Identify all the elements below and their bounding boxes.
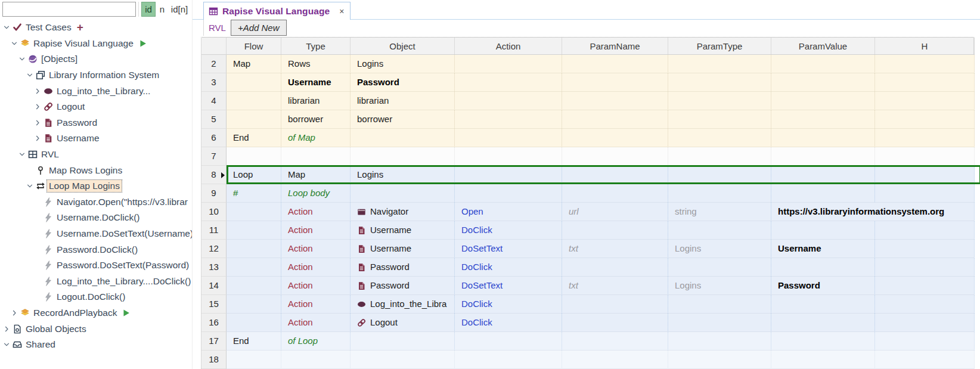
cell-flow-row-15[interactable] bbox=[227, 295, 281, 314]
chevron-right-icon[interactable] bbox=[10, 309, 18, 317]
row-number[interactable]: 14 bbox=[201, 277, 227, 295]
cell-ptype-row-14[interactable]: Logins bbox=[668, 277, 771, 295]
cell-action-row-6[interactable] bbox=[455, 129, 562, 147]
cell-flow-row-9[interactable]: # bbox=[227, 184, 281, 203]
cell-flow-row-14[interactable] bbox=[227, 277, 281, 295]
cell-pvalue-row-15[interactable] bbox=[771, 295, 875, 314]
tree-item-rvl[interactable]: RVL bbox=[0, 147, 193, 163]
search-input[interactable] bbox=[2, 2, 136, 17]
row-number[interactable]: 5 bbox=[201, 110, 227, 129]
chevron-down-icon[interactable] bbox=[26, 71, 34, 79]
cell-type-row-9[interactable]: Loop body bbox=[281, 184, 351, 203]
tree-item-shared[interactable]: Shared bbox=[0, 337, 193, 353]
cell-ptype-row-7[interactable] bbox=[668, 147, 771, 166]
cell-action-row-2[interactable] bbox=[455, 55, 562, 73]
cell-object-row-7[interactable] bbox=[351, 147, 455, 166]
cell-action-row-4[interactable] bbox=[455, 92, 562, 110]
cell-flow-row-11[interactable] bbox=[227, 221, 281, 240]
cell-object-row-10[interactable]: Navigator bbox=[351, 203, 455, 221]
cell-flow-row-3[interactable] bbox=[227, 73, 281, 92]
header-flow[interactable]: Flow bbox=[227, 38, 281, 55]
cell-pvalue-row-8[interactable] bbox=[771, 166, 875, 184]
cell-flow-row-10[interactable] bbox=[227, 203, 281, 221]
cell-ptype-row-2[interactable] bbox=[668, 55, 771, 73]
cell-pvalue-row-7[interactable] bbox=[771, 147, 875, 166]
cell-pname-row-8[interactable] bbox=[562, 166, 668, 184]
tree-item-username[interactable]: Username bbox=[0, 131, 193, 147]
cell-h-row-8[interactable] bbox=[875, 166, 975, 184]
cell-object-row-15[interactable]: Log_into_the_Libra bbox=[351, 295, 455, 314]
cell-ptype-row-16[interactable] bbox=[668, 314, 771, 332]
cell-pvalue-row-11[interactable] bbox=[771, 221, 875, 240]
cell-object-row-5[interactable]: borrower bbox=[351, 110, 455, 129]
cell-object-row-13[interactable]: Password bbox=[351, 258, 455, 277]
cell-type-row-18[interactable] bbox=[281, 351, 351, 369]
cell-pname-row-7[interactable] bbox=[562, 147, 668, 166]
row-number[interactable]: 6 bbox=[201, 129, 227, 147]
tree-item-label[interactable]: Library Information System bbox=[47, 69, 161, 81]
row-number[interactable]: 12 bbox=[201, 240, 227, 258]
tree-item-label[interactable]: Log_into_the_Library... bbox=[55, 85, 152, 97]
filter-button-n[interactable]: n bbox=[158, 2, 166, 17]
tree-item-test-cases[interactable]: Test Cases+ bbox=[0, 20, 193, 36]
tree-item-loop-map-logins[interactable]: Loop Map Logins bbox=[0, 178, 193, 194]
cell-action-row-7[interactable] bbox=[455, 147, 562, 166]
cell-type-row-13[interactable]: Action bbox=[281, 258, 351, 277]
cell-flow-row-4[interactable] bbox=[227, 92, 281, 110]
tree-item-username-doclick[interactable]: Username.DoClick() bbox=[0, 210, 193, 226]
tree-item-label[interactable]: Logout bbox=[55, 101, 86, 113]
cell-object-row-8[interactable]: Logins bbox=[351, 166, 455, 184]
cell-h-row-18[interactable] bbox=[875, 351, 975, 369]
chevron-down-icon[interactable] bbox=[10, 39, 18, 48]
cell-object-row-16[interactable]: Logout bbox=[351, 314, 455, 332]
cell-h-row-12[interactable] bbox=[875, 240, 975, 258]
cell-ptype-row-10[interactable]: string bbox=[668, 203, 771, 221]
row-number[interactable]: 18 bbox=[201, 351, 227, 369]
header-paramvalue[interactable]: ParamValue bbox=[771, 38, 875, 55]
tree-item-rapise-visual-language[interactable]: Rapise Visual Language bbox=[0, 36, 193, 52]
tree-item-label[interactable]: RecordAndPlayback bbox=[32, 307, 119, 319]
cell-ptype-row-15[interactable] bbox=[668, 295, 771, 314]
cell-ptype-row-4[interactable] bbox=[668, 92, 771, 110]
cell-flow-row-2[interactable]: Map bbox=[227, 55, 281, 73]
cell-type-row-7[interactable] bbox=[281, 147, 351, 166]
cell-h-row-4[interactable] bbox=[875, 92, 975, 110]
tree-item-label[interactable]: Rapise Visual Language bbox=[32, 38, 135, 49]
cell-object-row-14[interactable]: Password bbox=[351, 277, 455, 295]
cell-object-row-17[interactable] bbox=[351, 332, 455, 351]
tree-item-map-rows-logins[interactable]: Map Rows Logins bbox=[0, 162, 193, 178]
cell-pname-row-4[interactable] bbox=[562, 92, 668, 110]
tree-item-label[interactable]: Password.DoClick() bbox=[55, 244, 139, 256]
cell-pname-row-6[interactable] bbox=[562, 129, 668, 147]
cell-h-row-5[interactable] bbox=[875, 110, 975, 129]
row-number[interactable]: 4 bbox=[201, 92, 227, 110]
row-number[interactable]: 16 bbox=[201, 314, 227, 332]
cell-pname-row-2[interactable] bbox=[562, 55, 668, 73]
cell-object-row-11[interactable]: Username bbox=[351, 221, 455, 240]
tree-item-password-dosettext-password[interactable]: Password.DoSetText(Password) bbox=[0, 258, 193, 274]
filter-button-id[interactable]: id bbox=[141, 2, 156, 17]
play-icon[interactable] bbox=[139, 39, 147, 48]
row-number[interactable]: 13 bbox=[201, 258, 227, 277]
cell-action-row-5[interactable] bbox=[455, 110, 562, 129]
tree-item-logout[interactable]: Logout bbox=[0, 99, 193, 115]
cell-flow-row-6[interactable]: End bbox=[227, 129, 281, 147]
header-type[interactable]: Type bbox=[281, 38, 351, 55]
cell-pvalue-row-16[interactable] bbox=[771, 314, 875, 332]
cell-object-row-6[interactable] bbox=[351, 129, 455, 147]
cell-ptype-row-9[interactable] bbox=[668, 184, 771, 203]
cell-h-row-15[interactable] bbox=[875, 295, 975, 314]
cell-object-row-3[interactable]: Password bbox=[351, 73, 455, 92]
cell-ptype-row-18[interactable] bbox=[668, 351, 771, 369]
cell-pname-row-11[interactable] bbox=[562, 221, 668, 240]
cell-pvalue-row-13[interactable] bbox=[771, 258, 875, 277]
cell-pname-row-5[interactable] bbox=[562, 110, 668, 129]
cell-type-row-10[interactable]: Action bbox=[281, 203, 351, 221]
cell-action-row-14[interactable]: DoSetText bbox=[455, 277, 562, 295]
chevron-down-icon[interactable] bbox=[18, 150, 26, 159]
cell-object-row-18[interactable] bbox=[351, 351, 455, 369]
cell-action-row-3[interactable] bbox=[455, 73, 562, 92]
cell-pname-row-14[interactable]: txt bbox=[562, 277, 668, 295]
cell-pvalue-row-2[interactable] bbox=[771, 55, 875, 73]
cell-h-row-7[interactable] bbox=[875, 147, 975, 166]
